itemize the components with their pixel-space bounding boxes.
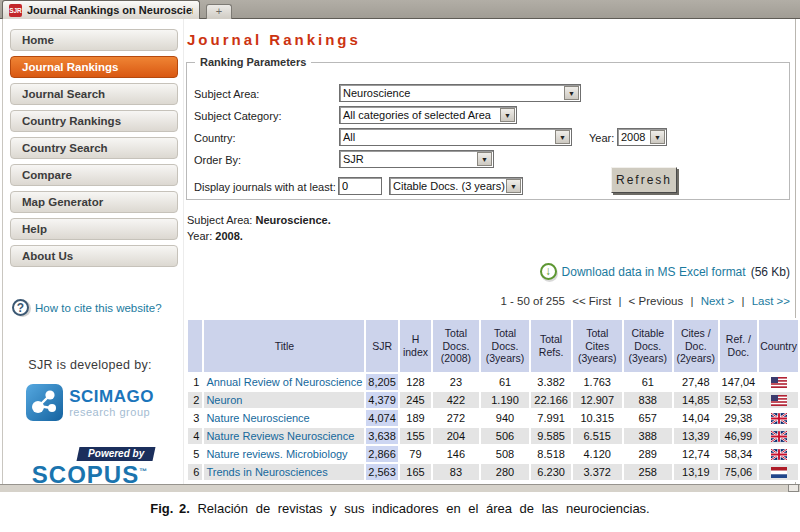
summary-year-label: Year: (187, 230, 212, 242)
browser-tab-bar: SJR Journal Rankings on Neuroscience + (0, 0, 800, 19)
browser-tab[interactable]: SJR Journal Rankings on Neuroscience (2, 0, 200, 19)
sidebar-item-map-generator[interactable]: Map Generator (10, 191, 178, 213)
table-row: 1Annual Review of Neuroscience8,20512823… (188, 374, 798, 390)
sidebar-item-journal-search[interactable]: Journal Search (10, 83, 178, 105)
chevron-down-icon[interactable] (555, 130, 570, 144)
country-select[interactable]: All (339, 128, 572, 146)
ranking-parameters-fieldset: Ranking Parameters Subject Area: Neurosc… (186, 62, 790, 200)
table-header-row: Title SJR H index Total Docs. (2008) Tot… (188, 320, 798, 372)
cell-country (759, 464, 798, 480)
cell-rank: 6 (188, 464, 202, 480)
flag-us-icon (771, 377, 787, 388)
tab-title: Journal Rankings on Neuroscience (27, 4, 193, 16)
rankings-table: Title SJR H index Total Docs. (2008) Tot… (186, 318, 800, 482)
pagination-range: 1 - 50 of 255 (500, 295, 565, 307)
journal-title-link[interactable]: Nature Neuroscience (204, 410, 364, 426)
col-ref-per-doc: Ref. / Doc. (720, 320, 758, 372)
cell-citable-docs-3years: 61 (624, 374, 673, 390)
cell-citable-docs-3years: 258 (624, 464, 673, 480)
sidebar-item-compare[interactable]: Compare (10, 164, 178, 186)
cell-h-index: 245 (400, 392, 431, 408)
subject-area-label: Subject Area: (194, 88, 259, 100)
chevron-down-icon[interactable] (650, 130, 665, 144)
new-tab-button[interactable]: + (206, 4, 232, 19)
order-by-select[interactable]: SJR (339, 150, 494, 168)
cell-rank: 1 (188, 374, 202, 390)
cell-cites-per-doc-2years: 12,74 (674, 446, 717, 462)
chevron-down-icon[interactable] (506, 179, 521, 193)
cell-h-index: 189 (400, 410, 431, 426)
subject-category-select[interactable]: All categories of selected Area (339, 106, 517, 124)
pagination-separator: | (618, 295, 621, 307)
col-sjr: SJR (366, 320, 398, 372)
cell-docs-2008: 83 (433, 464, 479, 480)
cell-total-refs: 9.585 (531, 428, 571, 444)
journal-title-link[interactable]: Nature reviews. Microbiology (204, 446, 364, 462)
cell-rank: 3 (188, 410, 202, 426)
display-unit-value: Citable Docs. (3 years) (390, 180, 505, 192)
journal-title-link[interactable]: Trends in Neurosciences (204, 464, 364, 480)
download-row: ↓ Download data in MS Excel format (56 K… (186, 263, 790, 280)
sidebar-item-country-search[interactable]: Country Search (10, 137, 178, 159)
figure-caption-label: Fig. 2. (150, 501, 190, 516)
col-h-index: H index (400, 320, 431, 372)
pagination-separator: | (741, 295, 744, 307)
display-min-input[interactable] (338, 177, 382, 195)
cell-total-refs: 3.382 (531, 374, 571, 390)
flag-us-icon (771, 395, 787, 406)
subject-area-select[interactable]: Neuroscience (339, 84, 581, 102)
pagination-last-link[interactable]: Last >> (752, 295, 790, 307)
cell-country (759, 446, 798, 462)
year-select[interactable]: 2008 (617, 128, 667, 146)
sidebar-item-about-us[interactable]: About Us (10, 245, 178, 267)
chevron-down-icon[interactable] (564, 86, 579, 100)
order-by-label: Order By: (194, 154, 241, 166)
chevron-down-icon[interactable] (477, 152, 492, 166)
cell-sjr: 3,638 (366, 428, 398, 444)
sidebar-item-home[interactable]: Home (10, 29, 178, 51)
flag-gb-icon (771, 413, 787, 424)
figure-caption: Fig. 2. Relación de revistas y sus indic… (0, 501, 800, 516)
scimago-name: SCIMAGO (69, 388, 154, 406)
col-total-docs-2008: Total Docs. (2008) (433, 320, 479, 372)
chevron-down-icon[interactable] (500, 108, 515, 122)
scopus-logo[interactable]: Powered by SCOPUS™ (0, 443, 180, 486)
download-excel-link[interactable]: Download data in MS Excel format (562, 265, 746, 279)
cell-cites-per-doc-2years: 14,04 (674, 410, 717, 426)
journal-title-link[interactable]: Nature Reviews Neuroscience (204, 428, 364, 444)
cell-sjr: 4,074 (366, 410, 398, 426)
year-label: Year: (589, 132, 614, 144)
result-summary: Subject Area: Neuroscience. Year: 2008. (187, 212, 331, 244)
summary-year-value: 2008. (215, 230, 243, 242)
journal-title-link[interactable]: Annual Review of Neuroscience (204, 374, 364, 390)
cell-total-refs: 7.991 (531, 410, 571, 426)
sidebar-item-country-rankings[interactable]: Country Rankings (10, 110, 178, 132)
sidebar-item-help[interactable]: Help (10, 218, 178, 240)
cell-docs-2008: 422 (433, 392, 479, 408)
sidebar-item-journal-rankings[interactable]: Journal Rankings (10, 56, 178, 78)
summary-subject-area-label: Subject Area: (187, 214, 252, 226)
subject-category-value: All categories of selected Area (340, 109, 499, 121)
cell-h-index: 79 (400, 446, 431, 462)
scimago-logo[interactable]: SCIMAGO research group (0, 384, 180, 421)
pagination-next-link[interactable]: Next > (701, 295, 735, 307)
display-unit-select[interactable]: Citable Docs. (3 years) (389, 177, 523, 195)
cell-country (759, 392, 798, 408)
pagination-previous: < Previous (629, 295, 684, 307)
trademark-symbol: ™ (139, 467, 148, 476)
cell-rank: 2 (188, 392, 202, 408)
refresh-button[interactable]: Refresh (611, 167, 677, 193)
col-total-cites-3years: Total Cites (3years) (573, 320, 622, 372)
clipped-row-strip (0, 484, 800, 492)
cell-docs-3years: 940 (481, 410, 530, 426)
download-size: (56 Kb) (751, 265, 790, 279)
journal-title-link[interactable]: Neuron (204, 392, 364, 408)
scimago-molecule-icon (26, 384, 63, 421)
subject-area-value: Neuroscience (340, 87, 563, 99)
cell-h-index: 165 (400, 464, 431, 480)
cell-cites-per-doc-2years: 14,85 (674, 392, 717, 408)
how-to-cite-link[interactable]: How to cite this website? (35, 302, 162, 314)
cell-sjr: 4,379 (366, 392, 398, 408)
pagination-separator: | (690, 295, 693, 307)
cell-total-cites-3years: 3.372 (573, 464, 622, 480)
